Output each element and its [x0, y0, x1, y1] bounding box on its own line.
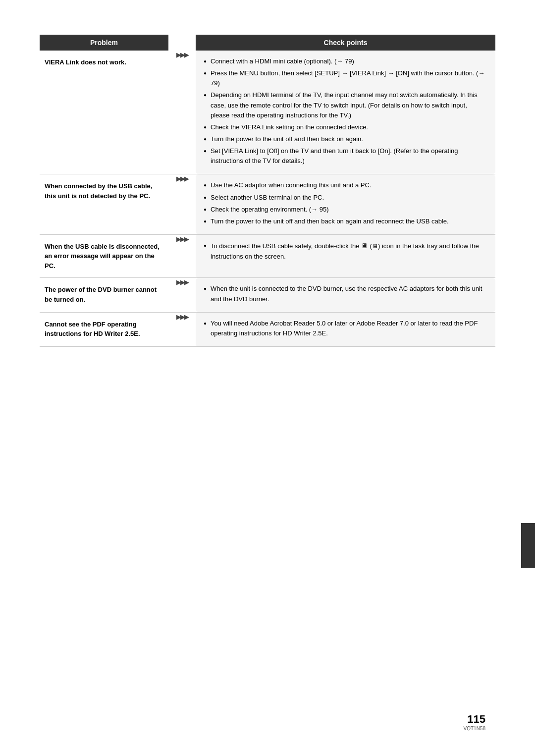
page-num-big: 115 — [464, 713, 485, 726]
check-item: When the unit is connected to the DVD bu… — [204, 284, 487, 304]
check-header: Check points — [196, 35, 495, 51]
check-item: To disconnect the USB cable safely, doub… — [204, 241, 487, 262]
check-cell: Use the AC adaptor when connecting this … — [196, 174, 495, 235]
arrow-icon: ▶▶▶ — [176, 278, 188, 286]
arrow-icon: ▶▶▶ — [176, 313, 188, 321]
arrow-icon: ▶▶▶ — [176, 51, 188, 58]
check-item: Connect with a HDMI mini cable (optional… — [204, 56, 487, 66]
side-tab — [521, 523, 535, 568]
check-cell: To disconnect the USB cable safely, doub… — [196, 234, 495, 278]
page-number: 115 VQT1N58 — [464, 713, 485, 731]
check-item: Turn the power to the unit off and then … — [204, 134, 487, 144]
table-row: VIERA Link does not work.▶▶▶Connect with… — [40, 51, 495, 174]
table-row: Cannot see the PDF operating instruction… — [40, 312, 495, 346]
page-container: Problem Check points VIERA Link does not… — [0, 0, 535, 756]
problem-cell: When the USB cable is disconnected, an e… — [40, 234, 168, 278]
check-item: You will need Adobe Acrobat Reader 5.0 o… — [204, 319, 487, 338]
check-item: Turn the power to the unit off and then … — [204, 216, 487, 226]
problem-cell: When connected by the USB cable, this un… — [40, 174, 168, 235]
table-row: When connected by the USB cable, this un… — [40, 174, 495, 235]
page-code: VQT1N58 — [464, 726, 485, 731]
check-item: Use the AC adaptor when connecting this … — [204, 180, 487, 190]
problem-cell: VIERA Link does not work. — [40, 51, 168, 174]
arrow-cell: ▶▶▶ — [168, 174, 196, 235]
check-cell: You will need Adobe Acrobat Reader 5.0 o… — [196, 312, 495, 346]
table-row: When the USB cable is disconnected, an e… — [40, 234, 495, 278]
check-cell: When the unit is connected to the DVD bu… — [196, 278, 495, 312]
problem-header: Problem — [40, 35, 168, 51]
arrow-cell: ▶▶▶ — [168, 234, 196, 278]
arrow-cell: ▶▶▶ — [168, 312, 196, 346]
check-item: Check the operating environment. (→ 95) — [204, 205, 487, 215]
problem-cell: Cannot see the PDF operating instruction… — [40, 312, 168, 346]
check-item: Set [VIERA Link] to [Off] on the TV and … — [204, 146, 487, 166]
arrow-icon: ▶▶▶ — [176, 235, 188, 243]
check-item: Depending on HDMI terminal of the TV, th… — [204, 90, 487, 120]
check-item: Press the MENU button, then select [SETU… — [204, 68, 487, 88]
table-row: The power of the DVD burner cannot be tu… — [40, 278, 495, 312]
main-table: Problem Check points VIERA Link does not… — [40, 35, 495, 347]
check-cell: Connect with a HDMI mini cable (optional… — [196, 51, 495, 174]
arrow-icon: ▶▶▶ — [176, 175, 188, 182]
check-item: Select another USB terminal on the PC. — [204, 193, 487, 203]
problem-cell: The power of the DVD burner cannot be tu… — [40, 278, 168, 312]
arrow-cell: ▶▶▶ — [168, 278, 196, 312]
arrow-cell: ▶▶▶ — [168, 51, 196, 174]
check-item: Check the VIERA Link setting on the conn… — [204, 122, 487, 132]
